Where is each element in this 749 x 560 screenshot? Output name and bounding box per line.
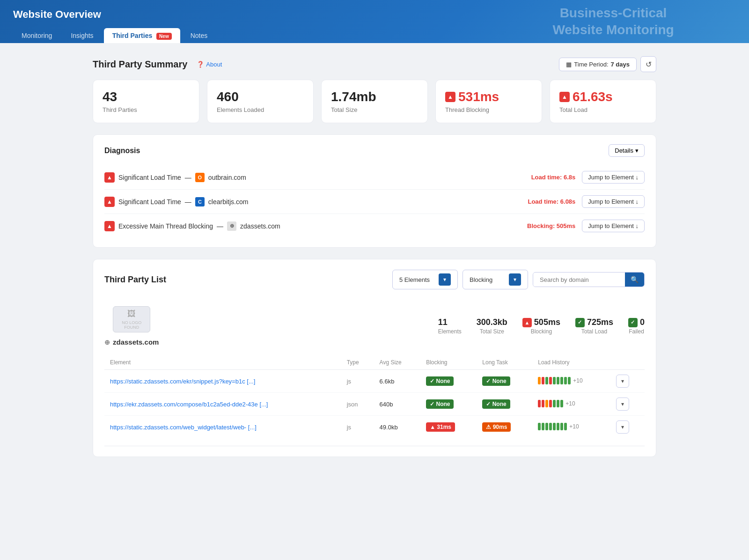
diag-left-outbrain: ▲ Significant Load Time — O outbrain.com xyxy=(104,172,246,183)
diag-left-zdassets: ▲ Excessive Main Thread Blocking — ⊕ zda… xyxy=(104,221,280,231)
page-header: Business-CriticalWebsite Monitoring Webs… xyxy=(0,0,749,43)
load-time-clearbit: Load time: 6.08s xyxy=(528,198,575,205)
diagnosis-row-zdassets: ▲ Excessive Main Thread Blocking — ⊕ zda… xyxy=(104,214,645,238)
jump-button-zdassets[interactable]: Jump to Element ↓ xyxy=(582,220,645,232)
tab-monitoring[interactable]: Monitoring xyxy=(13,28,60,43)
favicon-outbrain: O xyxy=(195,173,205,182)
col-element: Element xyxy=(104,355,341,370)
domain-entry-zdassets: 🖼 NO LOGOFOUND ⊕ zdassets.com 11 Element… xyxy=(104,299,645,446)
element-long-task: ✓ None xyxy=(477,370,532,393)
element-blocking: ✓ None xyxy=(420,370,477,393)
summary-title: Third Party Summary xyxy=(93,59,187,70)
diagnosis-row-clearbit: ▲ Significant Load Time — C clearbitjs.c… xyxy=(104,190,645,214)
element-load-history: +10 xyxy=(532,393,610,416)
diag-right-zdassets: Blocking: 505ms Jump to Element ↓ xyxy=(527,220,645,232)
card-total-load: ▲ 61.63s Total Load xyxy=(550,80,656,123)
card-total-size: 1.74mb Total Size xyxy=(321,80,428,123)
table-row: https://static.zdassets.com/ekr/snippet.… xyxy=(104,370,645,393)
domain-logo-zdassets: 🖼 NO LOGOFOUND xyxy=(113,306,150,332)
filter2-select[interactable]: Blocking ▾ xyxy=(463,270,528,289)
diag-right-outbrain: Load time: 6.8s Jump to Element ↓ xyxy=(531,171,645,184)
card-third-parties: 43 Third Parties xyxy=(93,80,199,123)
summary-cards: 43 Third Parties 460 Elements Loaded 1.7… xyxy=(93,80,656,123)
element-expand: ▾ xyxy=(610,370,645,393)
refresh-button[interactable]: ↺ xyxy=(640,56,656,72)
element-url-cell: https://static.zdassets.com/web_widget/l… xyxy=(104,416,341,439)
element-type: js xyxy=(341,416,374,439)
expand-button[interactable]: ▾ xyxy=(616,375,629,388)
domain-name-zdassets: ⊕ zdassets.com xyxy=(104,338,159,346)
element-type: js xyxy=(341,370,374,393)
favicon-clearbit: C xyxy=(195,197,205,206)
table-row: https://static.zdassets.com/web_widget/l… xyxy=(104,416,645,439)
card-thread-blocking: ▲ 531ms Thread Blocking xyxy=(435,80,542,123)
total-size-value: 1.74mb xyxy=(331,89,418,104)
new-badge: New xyxy=(156,33,172,40)
diag-alert-icon-outbrain: ▲ xyxy=(104,172,115,183)
tab-notes[interactable]: Notes xyxy=(182,28,216,43)
blocking-alert-icon: ▲ xyxy=(522,318,532,327)
tab-third-parties[interactable]: Third Parties New xyxy=(104,28,180,43)
details-button[interactable]: Details ▾ xyxy=(609,144,645,157)
element-type: json xyxy=(341,393,374,416)
about-link[interactable]: ❓ About xyxy=(197,61,222,68)
filter2-arrow-icon: ▾ xyxy=(509,273,521,286)
page-title: Website Overview xyxy=(13,8,736,21)
diagnosis-card: Diagnosis Details ▾ ▲ Significant Load T… xyxy=(93,134,656,248)
element-load-history: +10 xyxy=(532,416,610,439)
element-url-cell: https://static.zdassets.com/ekr/snippet.… xyxy=(104,370,341,393)
element-blocking: ✓ None xyxy=(420,393,477,416)
search-input[interactable] xyxy=(533,273,625,287)
table-header-row: Element Type Avg Size Blocking Long Task… xyxy=(104,355,645,370)
third-parties-value: 43 xyxy=(103,89,190,104)
failed-check-icon: ✓ xyxy=(628,318,638,327)
element-url-link[interactable]: https://static.zdassets.com/ekr/snippet.… xyxy=(110,378,255,385)
time-period-controls: ▦ Time Period: 7 days ↺ xyxy=(559,56,656,72)
list-header: Third Party List 5 Elements ▾ Blocking ▾… xyxy=(104,270,645,289)
domain-header-zdassets: 🖼 NO LOGOFOUND ⊕ zdassets.com 11 Element… xyxy=(104,299,645,354)
elements-table-zdassets: Element Type Avg Size Blocking Long Task… xyxy=(104,355,645,438)
total-load-label: Total Load xyxy=(559,106,646,113)
domain-stat-failed: ✓ 0 Failed xyxy=(628,317,645,335)
total-load-value: ▲ 61.63s xyxy=(559,89,646,104)
col-type: Type xyxy=(341,355,374,370)
search-wrap: 🔍 xyxy=(533,272,645,287)
time-period-button[interactable]: ▦ Time Period: 7 days xyxy=(559,58,637,71)
element-load-history: +10 xyxy=(532,370,610,393)
element-url-cell: https://ekr.zdassets.com/compose/b1c2a5e… xyxy=(104,393,341,416)
tab-insights[interactable]: Insights xyxy=(62,28,102,43)
thread-blocking-alert-icon: ▲ xyxy=(445,92,455,102)
col-long-task: Long Task xyxy=(477,355,532,370)
element-long-task: ✓ None xyxy=(477,393,532,416)
elements-loaded-label: Elements Loaded xyxy=(217,106,304,113)
diagnosis-row-outbrain: ▲ Significant Load Time — O outbrain.com… xyxy=(104,165,645,190)
element-blocking: ▲ 31ms xyxy=(420,416,477,439)
third-party-list-section: Third Party List 5 Elements ▾ Blocking ▾… xyxy=(93,259,656,457)
search-button[interactable]: 🔍 xyxy=(625,273,644,287)
element-long-task: ⚠ 90ms xyxy=(477,416,532,439)
thread-blocking-label: Thread Blocking xyxy=(445,106,532,113)
col-avg-size: Avg Size xyxy=(374,355,421,370)
diagnosis-title: Diagnosis xyxy=(104,147,140,155)
expand-button[interactable]: ▾ xyxy=(616,398,629,411)
domain-stat-total-load: ✓ 725ms Total Load xyxy=(575,317,613,335)
card-elements-loaded: 460 Elements Loaded xyxy=(207,80,314,123)
main-content: Third Party Summary ❓ About ▦ Time Perio… xyxy=(80,43,669,470)
total-load-check-icon: ✓ xyxy=(575,318,585,327)
summary-section-header: Third Party Summary ❓ About ▦ Time Perio… xyxy=(93,56,656,72)
domain-stats-zdassets: 11 Elements 300.3kb Total Size ▲ 505ms xyxy=(438,317,645,335)
element-avg-size: 49.0kb xyxy=(374,416,421,439)
diag-alert-icon-clearbit: ▲ xyxy=(104,197,115,207)
jump-button-clearbit[interactable]: Jump to Element ↓ xyxy=(582,195,645,208)
element-url-link[interactable]: https://static.zdassets.com/web_widget/l… xyxy=(110,424,257,431)
jump-button-outbrain[interactable]: Jump to Element ↓ xyxy=(582,171,645,184)
element-expand: ▾ xyxy=(610,393,645,416)
load-time-outbrain: Load time: 6.8s xyxy=(531,174,576,181)
thread-blocking-value: ▲ 531ms xyxy=(445,89,532,104)
filter1-select[interactable]: 5 Elements ▾ xyxy=(392,270,458,289)
expand-button[interactable]: ▾ xyxy=(616,420,629,434)
table-row: https://ekr.zdassets.com/compose/b1c2a5e… xyxy=(104,393,645,416)
domain-stat-elements: 11 Elements xyxy=(438,317,462,335)
element-url-link[interactable]: https://ekr.zdassets.com/compose/b1c2a5e… xyxy=(110,401,268,408)
total-load-alert-icon: ▲ xyxy=(559,92,570,102)
